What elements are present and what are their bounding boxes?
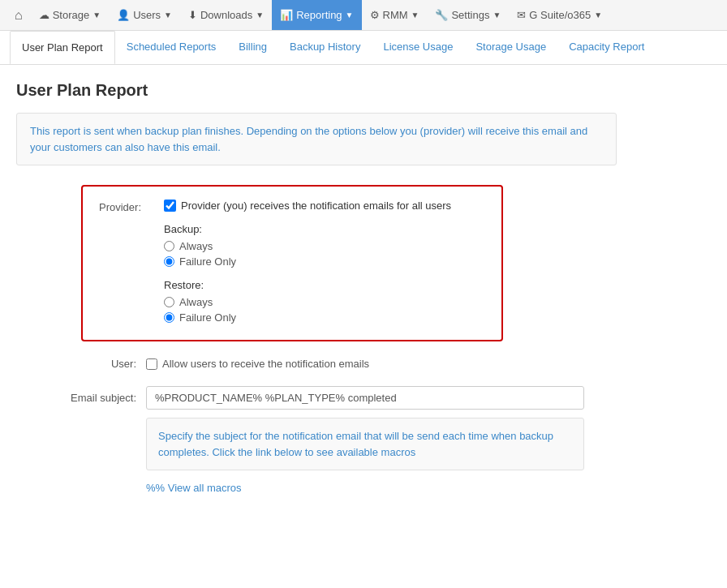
backup-failure-option: Failure Only — [164, 255, 451, 268]
tab-license-usage[interactable]: License Usage — [372, 31, 464, 65]
settings-caret: ▼ — [493, 11, 501, 19]
downloads-icon: ⬇ — [188, 9, 197, 21]
restore-always-radio[interactable] — [164, 297, 174, 307]
rmm-icon: ⚙ — [370, 9, 380, 21]
email-subject-input[interactable] — [146, 386, 584, 410]
nav-reporting[interactable]: 📊 Reporting ▼ — [272, 0, 361, 30]
gsuite-caret: ▼ — [594, 11, 602, 19]
info-box: This report is sent when backup plan fin… — [16, 113, 617, 165]
restore-label: Restore: — [164, 279, 451, 291]
restore-group: Restore: Always Failure Only — [164, 279, 451, 324]
email-subject-row: Email subject: — [16, 386, 711, 410]
user-label: User: — [16, 358, 146, 370]
gsuite-icon: ✉ — [517, 9, 526, 21]
help-text-box: Specify the subject for the notification… — [146, 418, 584, 470]
tab-storage-usage[interactable]: Storage Usage — [464, 31, 557, 65]
storage-caret: ▼ — [92, 11, 101, 19]
nav-gsuite[interactable]: ✉ G Suite/o365 ▼ — [509, 0, 610, 30]
settings-icon: 🔧 — [435, 9, 448, 21]
storage-icon: ☁ — [39, 9, 49, 21]
restore-failure-option: Failure Only — [164, 311, 451, 324]
users-caret: ▼ — [164, 11, 172, 19]
tab-billing[interactable]: Billing — [227, 31, 278, 65]
home-icon[interactable]: ⌂ — [6, 8, 31, 23]
nav-downloads[interactable]: ⬇ Downloads ▼ — [180, 0, 272, 30]
tab-backup-history[interactable]: Backup History — [278, 31, 372, 65]
provider-checkbox[interactable] — [164, 200, 176, 212]
restore-always-option: Always — [164, 296, 451, 308]
tab-scheduled-reports[interactable]: Scheduled Reports — [115, 31, 228, 65]
page-content: User Plan Report This report is sent whe… — [0, 65, 727, 510]
downloads-caret: ▼ — [256, 11, 264, 19]
tab-bar: User Plan Report Scheduled Reports Billi… — [0, 31, 727, 65]
provider-row: Provider: Provider (you) receives the no… — [99, 200, 485, 327]
user-checkbox[interactable] — [146, 358, 157, 370]
provider-content: Provider (you) receives the notification… — [164, 200, 451, 327]
backup-always-radio[interactable] — [164, 241, 174, 251]
user-row: User: Allow users to receive the notific… — [16, 358, 711, 370]
nav-settings[interactable]: 🔧 Settings ▼ — [427, 0, 509, 30]
backup-failure-radio[interactable] — [164, 256, 174, 267]
view-macros-link[interactable]: %% View all macros — [146, 482, 242, 494]
users-icon: 👤 — [117, 9, 130, 21]
tab-user-plan-report[interactable]: User Plan Report — [10, 31, 115, 65]
tab-capacity-report[interactable]: Capacity Report — [557, 31, 656, 65]
user-checkbox-text: Allow users to receive the notification … — [162, 358, 369, 370]
provider-section: Provider: Provider (you) receives the no… — [81, 185, 503, 341]
page-title: User Plan Report — [16, 81, 711, 100]
backup-label: Backup: — [164, 223, 451, 235]
nav-users[interactable]: 👤 Users ▼ — [109, 0, 180, 30]
restore-failure-radio[interactable] — [164, 312, 174, 323]
rmm-caret: ▼ — [411, 11, 419, 19]
reporting-icon: 📊 — [280, 9, 293, 21]
backup-always-option: Always — [164, 240, 451, 252]
email-subject-label: Email subject: — [16, 392, 146, 404]
backup-group: Backup: Always Failure Only — [164, 223, 451, 268]
top-navigation: ⌂ ☁ Storage ▼ 👤 Users ▼ ⬇ Downloads ▼ 📊 … — [0, 0, 727, 31]
nav-rmm[interactable]: ⚙ RMM ▼ — [362, 0, 428, 30]
reporting-caret: ▼ — [346, 11, 354, 19]
nav-storage[interactable]: ☁ Storage ▼ — [31, 0, 109, 30]
provider-checkbox-row: Provider (you) receives the notification… — [164, 200, 451, 212]
user-checkbox-row: Allow users to receive the notification … — [146, 358, 369, 370]
provider-checkbox-text: Provider (you) receives the notification… — [181, 200, 451, 212]
provider-label: Provider: — [99, 200, 164, 213]
